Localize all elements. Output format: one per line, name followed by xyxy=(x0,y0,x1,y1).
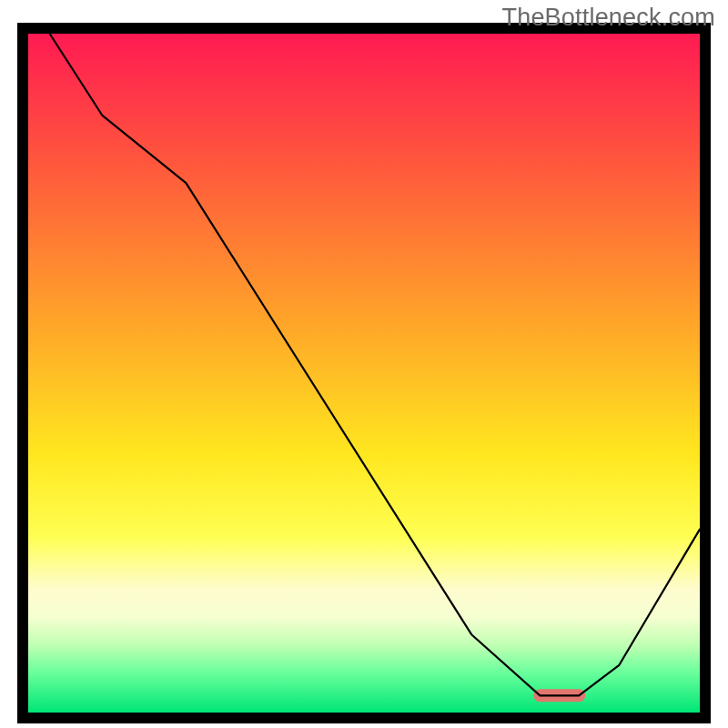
plot-background xyxy=(28,34,700,713)
chart-svg xyxy=(0,0,728,728)
watermark-text: TheBottleneck.com xyxy=(501,4,715,32)
chart-stage: TheBottleneck.com xyxy=(0,0,728,728)
